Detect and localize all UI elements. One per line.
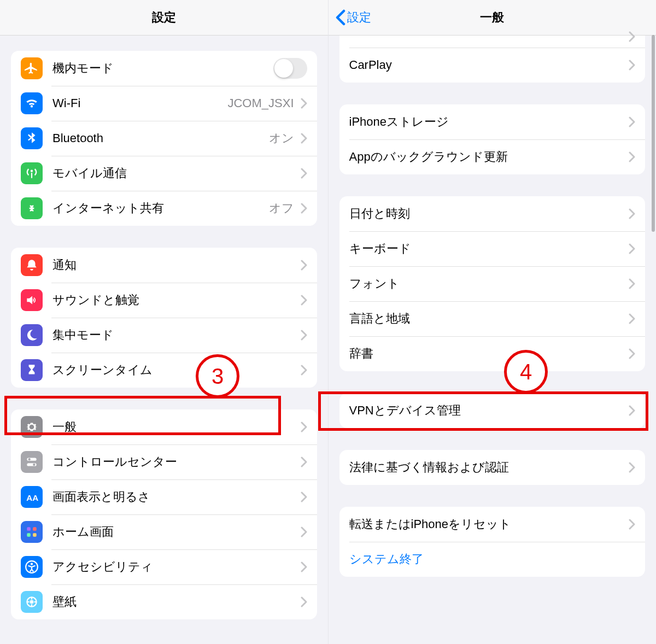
keyboard-label: キーボード	[349, 241, 623, 257]
settings-group-connectivity: 機内モード Wi-Fi JCOM_JSXI Bluetooth オン	[11, 51, 317, 226]
chevron-right-icon	[301, 421, 307, 432]
wifi-value: JCOM_JSXI	[227, 96, 294, 110]
bluetooth-label: Bluetooth	[52, 131, 263, 145]
focus-label: 集中モード	[52, 327, 294, 343]
settings-group-general: 一般 コントロールセンター AA 画面表示と明るさ ホーム画面	[11, 409, 317, 619]
chevron-right-icon	[629, 151, 635, 162]
hourglass-icon	[21, 359, 43, 381]
apps-grid-icon	[21, 521, 43, 543]
row-hotspot[interactable]: インターネット共有 オフ	[11, 191, 317, 226]
row-screentime[interactable]: スクリーンタイム	[11, 353, 317, 388]
row-home-screen[interactable]: ホーム画面	[11, 514, 317, 549]
bluetooth-icon	[21, 127, 43, 149]
row-keyboard[interactable]: キーボード	[339, 231, 646, 266]
dictionary-label: 辞書	[349, 346, 623, 362]
chevron-right-icon	[629, 462, 635, 473]
general-group-0: ピクチャインピクチャ CarPlay	[339, 20, 646, 83]
switches-icon	[21, 451, 43, 473]
chevron-right-icon	[629, 208, 635, 219]
row-accessibility[interactable]: アクセシビリティ	[11, 549, 317, 584]
row-language-region[interactable]: 言語と地域	[339, 301, 646, 336]
chevron-right-icon	[301, 98, 307, 109]
settings-group-notifications: 通知 サウンドと触覚 集中モード スクリーンタイム	[11, 248, 317, 388]
svg-rect-8	[33, 533, 36, 537]
svg-rect-7	[27, 533, 31, 537]
airplane-toggle[interactable]	[273, 58, 307, 79]
language-region-label: 言語と地域	[349, 311, 623, 327]
wallpaper-label: 壁紙	[52, 594, 294, 610]
row-control-center[interactable]: コントロールセンター	[11, 444, 317, 479]
transfer-reset-label: 転送またはiPhoneをリセット	[349, 516, 623, 532]
svg-rect-6	[33, 527, 36, 531]
chevron-right-icon	[629, 519, 635, 530]
row-legal[interactable]: 法律に基づく情報および認証	[339, 450, 646, 485]
row-airplane-mode[interactable]: 機内モード	[11, 51, 317, 86]
link-icon	[21, 197, 43, 219]
general-group-4: 法律に基づく情報および認証	[339, 450, 646, 485]
row-notifications[interactable]: 通知	[11, 248, 317, 283]
chevron-right-icon	[301, 526, 307, 537]
row-display[interactable]: AA 画面表示と明るさ	[11, 479, 317, 514]
text-size-icon: AA	[21, 486, 43, 508]
row-transfer-reset[interactable]: 転送またはiPhoneをリセット	[339, 507, 646, 542]
chevron-right-icon	[301, 203, 307, 214]
settings-content[interactable]: 機内モード Wi-Fi JCOM_JSXI Bluetooth オン	[0, 36, 328, 644]
row-fonts[interactable]: フォント	[339, 266, 646, 301]
iphone-storage-label: iPhoneストレージ	[349, 114, 623, 130]
scrollbar[interactable]	[652, 35, 655, 232]
bluetooth-value: オン	[269, 130, 294, 147]
row-focus[interactable]: 集中モード	[11, 318, 317, 353]
row-cellular[interactable]: モバイル通信	[11, 156, 317, 191]
row-background-app-refresh[interactable]: Appのバックグラウンド更新	[339, 139, 646, 174]
airplane-icon	[21, 57, 43, 79]
wifi-icon	[21, 92, 43, 114]
cellular-label: モバイル通信	[52, 165, 294, 182]
row-sounds[interactable]: サウンドと触覚	[11, 283, 317, 318]
sounds-label: サウンドと触覚	[52, 292, 294, 308]
row-vpn-device-management[interactable]: VPNとデバイス管理	[339, 393, 646, 428]
svg-point-10	[31, 563, 33, 565]
shutdown-label: システム終了	[349, 551, 636, 567]
general-group-3: VPNとデバイス管理	[339, 393, 646, 428]
chevron-right-icon	[301, 596, 307, 607]
general-content[interactable]: ピクチャインピクチャ CarPlay iPhoneストレージ Appのバックグラ…	[329, 20, 657, 644]
vpn-device-management-label: VPNとデバイス管理	[349, 402, 623, 419]
gear-icon	[21, 416, 43, 438]
date-time-label: 日付と時刻	[349, 206, 623, 222]
row-general[interactable]: 一般	[11, 409, 317, 444]
fonts-label: フォント	[349, 276, 623, 292]
row-dictionary[interactable]: 辞書	[339, 336, 646, 371]
general-group-1: iPhoneストレージ Appのバックグラウンド更新	[339, 104, 646, 174]
chevron-right-icon	[301, 168, 307, 179]
home-screen-label: ホーム画面	[52, 524, 294, 540]
accessibility-label: アクセシビリティ	[52, 559, 294, 575]
chevron-right-icon	[301, 491, 307, 502]
svg-point-12	[30, 600, 34, 604]
row-wifi[interactable]: Wi-Fi JCOM_JSXI	[11, 86, 317, 121]
row-wallpaper[interactable]: 壁紙	[11, 584, 317, 619]
speaker-icon	[21, 289, 43, 311]
row-carplay[interactable]: CarPlay	[339, 48, 646, 83]
chevron-right-icon	[301, 133, 307, 144]
display-label: 画面表示と明るさ	[52, 489, 294, 505]
row-bluetooth[interactable]: Bluetooth オン	[11, 121, 317, 156]
chevron-right-icon	[629, 313, 635, 324]
row-pip[interactable]: ピクチャインピクチャ	[339, 20, 646, 48]
row-iphone-storage[interactable]: iPhoneストレージ	[339, 104, 646, 139]
general-pane: 設定 一般 ピクチャインピクチャ CarPlay iPhoneストレージ	[328, 0, 657, 644]
antenna-icon	[21, 162, 43, 184]
svg-point-2	[28, 458, 31, 460]
chevron-right-icon	[629, 405, 635, 416]
settings-title: 設定	[152, 9, 176, 26]
bell-icon	[21, 254, 43, 276]
chevron-right-icon	[301, 561, 307, 572]
chevron-right-icon	[629, 348, 635, 359]
chevron-right-icon	[629, 31, 635, 42]
settings-navbar: 設定	[0, 0, 328, 36]
row-shutdown[interactable]: システム終了	[339, 542, 646, 577]
chevron-right-icon	[301, 260, 307, 271]
svg-point-3	[33, 464, 35, 466]
row-date-time[interactable]: 日付と時刻	[339, 196, 646, 231]
hotspot-label: インターネット共有	[52, 200, 263, 216]
general-group-5: 転送またはiPhoneをリセット システム終了	[339, 507, 646, 577]
